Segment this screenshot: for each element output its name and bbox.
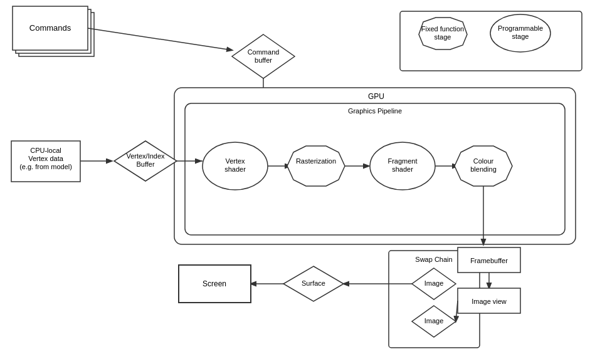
image-view-label: Image view — [471, 298, 507, 305]
cpu-local-label2: Vertex data — [28, 155, 64, 162]
vertex-shader-label: Vertex — [225, 157, 245, 165]
image2-label: Image — [424, 317, 444, 325]
swap-chain-label: Swap Chain — [415, 256, 452, 263]
programmable-label: Programmable — [498, 24, 543, 32]
graphics-pipeline-label: Graphics Pipeline — [348, 107, 402, 115]
commands-label: Commands — [29, 23, 71, 33]
fragment-shader-label2: shader — [392, 165, 413, 173]
cpu-local-label: CPU-local — [30, 147, 61, 154]
fixed-function-label2: stage — [435, 33, 451, 41]
framebuffer-label: Framebuffer — [470, 257, 508, 264]
colour-blending-label2: blending — [470, 165, 497, 173]
cpu-local-label3: (e.g. from model) — [19, 163, 72, 170]
diagram: Fixed function stage Programmable stage … — [0, 0, 590, 364]
surface-label: Surface — [302, 279, 325, 287]
image1-label: Image — [424, 279, 444, 287]
vertex-index-label: Vertex/Index — [126, 152, 165, 160]
gpu-label: GPU — [368, 92, 384, 101]
svg-line-6 — [88, 28, 232, 50]
fragment-shader-label: Fragment — [387, 157, 417, 165]
command-buffer-label2: buffer — [255, 56, 272, 64]
command-buffer-label: Command — [248, 48, 280, 56]
fixed-function-label: Fixed function — [421, 25, 464, 33]
svg-marker-13 — [287, 146, 345, 186]
vertex-index-label2: Buffer — [136, 160, 154, 168]
colour-blending-label: Colour — [473, 157, 494, 165]
vertex-shader-label2: shader — [224, 165, 246, 173]
rasterization-label: Rasterization — [296, 157, 336, 165]
programmable-label2: stage — [512, 33, 529, 40]
screen-label: Screen — [203, 279, 226, 288]
